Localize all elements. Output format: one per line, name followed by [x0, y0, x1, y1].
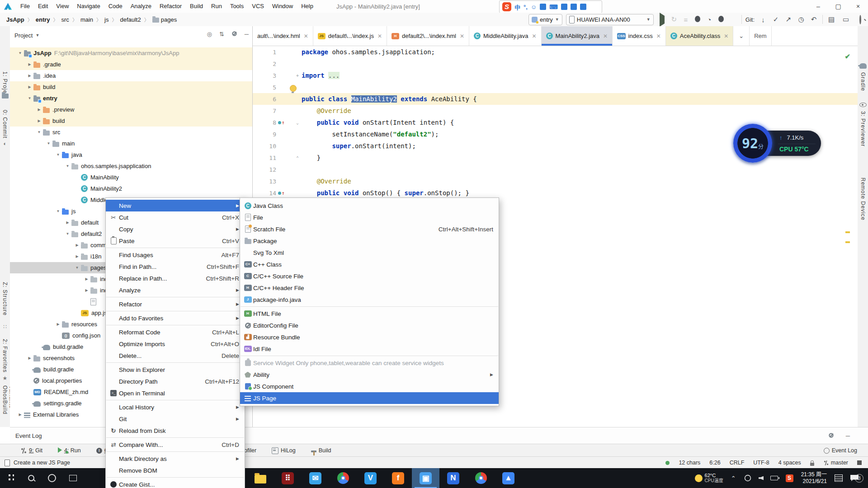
battery-icon[interactable] [770, 476, 778, 480]
menu-item-show-in-explorer[interactable]: Show in Explorer [106, 364, 245, 375]
window-close-button[interactable]: × [848, 0, 868, 13]
line-ending[interactable]: CRLF [730, 460, 745, 466]
taskbar-app-phone-assistant[interactable]: ▣ [412, 468, 439, 488]
menu-item-delete[interactable]: Delete...Delete [106, 350, 245, 361]
booster-overlay-widget[interactable]: ↑ 7.1K/s CPU 57°C 92 分 [733, 124, 822, 163]
menu-item-editorconfig-file[interactable]: EditorConfig File [240, 319, 499, 331]
taskbar-app-firefox[interactable]: f [384, 468, 412, 488]
overrides-icon[interactable] [278, 192, 281, 195]
project-panel-title[interactable]: Project [14, 32, 33, 39]
locate-button[interactable]: ◎ [207, 31, 212, 38]
menu-item-paste[interactable]: PasteCtrl+V [106, 235, 245, 247]
star-icon[interactable]: ★ [0, 375, 10, 381]
menu-item-replace-in-path[interactable]: Replace in Path...Ctrl+Shift+R [106, 272, 245, 284]
menu-item-resource-bundle[interactable]: Resource Bundle [240, 331, 499, 343]
menu-item-html-file[interactable]: HTML File [240, 308, 499, 319]
tree-chevron-icon[interactable]: ▶ [26, 85, 33, 89]
menu-item-compare-with[interactable]: ⇄Compare With...Ctrl+D [106, 439, 245, 450]
editor-tab-default-index-js[interactable]: default\...\index.js✕ [313, 26, 387, 46]
history-button[interactable]: ◷ [796, 15, 806, 23]
taskbar-app-cloud-drive[interactable]: ▲ [495, 468, 522, 488]
menu-item-c-c-header-file[interactable]: C/C++ Header File [240, 282, 499, 294]
tree-item-idea[interactable]: ▶.idea [10, 70, 252, 81]
gradle-elephant-icon[interactable] [858, 62, 868, 70]
tray-expand-icon[interactable]: ⌃ [731, 475, 736, 482]
attach-debugger-button[interactable] [716, 16, 726, 23]
menu-tools[interactable]: Tools [226, 3, 248, 9]
editor-tab-overflow[interactable]: Rem [750, 26, 771, 46]
voice-input-icon[interactable] [540, 4, 546, 10]
tab-close-icon[interactable]: ✕ [603, 33, 608, 39]
caret-position[interactable]: 6:26 [709, 460, 720, 466]
breadcrumb-default2[interactable]: default2 [120, 16, 141, 23]
menu-code[interactable]: Code [104, 3, 127, 9]
tab-close-icon[interactable]: ✕ [656, 33, 661, 39]
eye-icon[interactable] [858, 102, 868, 108]
menu-item-cut[interactable]: ✂CutCtrl+X [106, 211, 245, 223]
tree-item-build[interactable]: ▶build [10, 81, 252, 93]
cpu-temp-widget[interactable]: 62°C CPU温度 [695, 473, 723, 483]
tree-item-entry[interactable]: ▼entry [10, 93, 252, 104]
tree-chevron-icon[interactable]: ▼ [64, 164, 71, 168]
menu-item-service-widget-only-phone-tablet-wearable-can-create-service-widgets[interactable]: Service Widget Only phone,tablet,wearabl… [240, 357, 499, 369]
tree-item-gradle[interactable]: ▶.gradle [10, 59, 252, 70]
hide-panel-icon[interactable]: ─ [846, 432, 850, 440]
tree-chevron-icon[interactable]: ▼ [35, 130, 43, 134]
editor-tab-mainability2-java[interactable]: MainAbility2.java✕ [542, 26, 613, 46]
action-center-button[interactable]: 3 [850, 474, 863, 483]
tab-close-icon[interactable]: ✕ [460, 33, 464, 39]
punctuation-icon[interactable]: °, [524, 4, 528, 10]
expand-collapse-button[interactable]: ⇅ [219, 31, 224, 38]
rollback-button[interactable]: ↶ [809, 15, 819, 23]
debug-button[interactable] [693, 16, 703, 23]
breadcrumb-src[interactable]: src [61, 16, 69, 23]
run-config-combo[interactable]: entry ▼ [528, 14, 562, 25]
window-maximize-button[interactable]: ▢ [828, 0, 848, 13]
breadcrumb-js[interactable]: js [104, 16, 108, 23]
taskbar-app-mail[interactable]: ✉ [302, 468, 329, 488]
menu-item-optimize-imports[interactable]: Optimize ImportsCtrl+Alt+O [106, 338, 245, 350]
menu-file[interactable]: File [16, 3, 34, 9]
menu-item-reload-from-disk[interactable]: ↻Reload from Disk [106, 425, 245, 436]
tree-chevron-icon[interactable]: ▼ [45, 141, 52, 145]
tree-chevron-icon[interactable]: ▼ [64, 232, 71, 236]
tree-item-src[interactable]: ▼src [10, 127, 252, 138]
tree-chevron-icon[interactable]: ▶ [26, 356, 33, 360]
tree-chevron-icon[interactable]: ▼ [54, 153, 62, 157]
taskbar-app-app-grid-red[interactable]: ⠿ [274, 468, 302, 488]
event-log-button[interactable]: Event Log [824, 447, 857, 454]
tree-chevron-icon[interactable]: ▶ [35, 119, 43, 123]
tab-close-icon[interactable]: ✕ [724, 33, 728, 39]
person-icon[interactable] [561, 4, 567, 10]
notifications-icon[interactable] [857, 460, 862, 465]
taskbar-app-app-n[interactable]: N [439, 468, 467, 488]
stripe-gradle-button[interactable]: Gradle [860, 72, 866, 91]
fold-marker-icon[interactable]: + [293, 73, 302, 78]
taskbar-app-chrome-2[interactable] [467, 468, 495, 488]
stripe-remote-device-button[interactable]: Remote Device [860, 178, 866, 221]
commit-button[interactable]: ✓ [771, 15, 781, 23]
menu-navigate[interactable]: Navigate [73, 3, 104, 9]
menu-item-c-c-source-file[interactable]: C/C++ Source File [240, 270, 499, 282]
tree-chevron-icon[interactable]: ▼ [54, 209, 62, 213]
settings-gear-button[interactable] [231, 31, 237, 38]
menu-item-mark-directory-as[interactable]: Mark Directory as▶ [106, 453, 245, 465]
start-button[interactable] [0, 468, 21, 488]
menu-item-scratch-file[interactable]: Scratch FileCtrl+Alt+Shift+Insert [240, 223, 499, 235]
tree-chevron-icon[interactable]: ▼ [26, 96, 33, 100]
menu-item-git[interactable]: Git▶ [106, 413, 245, 425]
intention-bulb-icon[interactable] [290, 85, 297, 93]
stripe-commit-button[interactable]: 0: Commit [2, 110, 8, 139]
profiler-button[interactable]: ◔ [704, 16, 714, 23]
breadcrumb-entry[interactable]: entry [36, 16, 50, 23]
menu-build[interactable]: Build [186, 3, 207, 9]
search-everywhere-button[interactable] [855, 16, 865, 23]
toolwindow-button-build[interactable]: Build [311, 447, 331, 454]
device-combo[interactable]: HUAWEI ANA-AN00 ▼ [566, 14, 654, 25]
toolwindow-button-9-git[interactable]: 9: Git [21, 447, 42, 454]
menu-item-analyze[interactable]: Analyze▶ [106, 284, 245, 296]
menu-item-refactor[interactable]: Refactor▶ [106, 298, 245, 310]
file-encoding[interactable]: UTF-8 [753, 460, 769, 466]
editor-tab-ault-index-hml[interactable]: ault\...\index.hml✕ [253, 26, 313, 46]
overrides-icon[interactable] [278, 121, 281, 124]
